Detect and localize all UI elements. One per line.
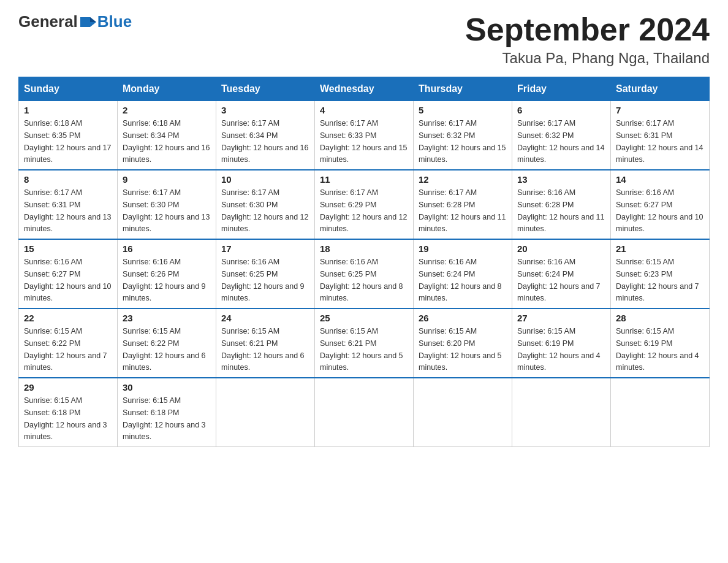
- weekday-header-wednesday: Wednesday: [315, 77, 414, 101]
- logo-blue-text: Blue: [97, 12, 132, 31]
- calendar-cell: 3 Sunrise: 6:17 AMSunset: 6:34 PMDayligh…: [216, 101, 315, 170]
- calendar-cell: 8 Sunrise: 6:17 AMSunset: 6:31 PMDayligh…: [19, 170, 118, 239]
- day-info: Sunrise: 6:15 AMSunset: 6:21 PMDaylight:…: [320, 327, 403, 372]
- day-number: 2: [123, 105, 211, 115]
- svg-marker-1: [90, 17, 96, 22]
- day-info: Sunrise: 6:15 AMSunset: 6:18 PMDaylight:…: [24, 396, 107, 441]
- calendar-week-row: 22 Sunrise: 6:15 AMSunset: 6:22 PMDaylig…: [19, 308, 710, 378]
- day-info: Sunrise: 6:16 AMSunset: 6:24 PMDaylight:…: [419, 258, 502, 302]
- calendar-cell: 9 Sunrise: 6:17 AMSunset: 6:30 PMDayligh…: [118, 170, 216, 239]
- calendar-cell: 18 Sunrise: 6:16 AMSunset: 6:25 PMDaylig…: [315, 239, 414, 308]
- calendar-cell: 16 Sunrise: 6:16 AMSunset: 6:26 PMDaylig…: [118, 239, 216, 308]
- day-number: 25: [320, 313, 408, 323]
- calendar-cell: [414, 378, 512, 447]
- day-number: 26: [419, 313, 507, 323]
- day-number: 4: [320, 105, 408, 115]
- logo-area: General Blue: [18, 12, 132, 31]
- day-info: Sunrise: 6:16 AMSunset: 6:28 PMDaylight:…: [517, 188, 604, 233]
- day-info: Sunrise: 6:17 AMSunset: 6:28 PMDaylight:…: [419, 188, 506, 233]
- day-number: 17: [221, 243, 309, 254]
- weekday-header-sunday: Sunday: [19, 77, 118, 101]
- calendar-cell: 11 Sunrise: 6:17 AMSunset: 6:29 PMDaylig…: [315, 170, 414, 239]
- day-info: Sunrise: 6:17 AMSunset: 6:31 PMDaylight:…: [616, 119, 703, 164]
- day-number: 28: [616, 313, 704, 323]
- weekday-header-saturday: Saturday: [611, 77, 710, 101]
- day-info: Sunrise: 6:15 AMSunset: 6:22 PMDaylight:…: [24, 327, 107, 372]
- day-number: 19: [419, 243, 507, 254]
- calendar-cell: 13 Sunrise: 6:16 AMSunset: 6:28 PMDaylig…: [512, 170, 611, 239]
- day-number: 13: [517, 174, 605, 185]
- calendar-cell: 1 Sunrise: 6:18 AMSunset: 6:35 PMDayligh…: [19, 101, 118, 170]
- calendar-cell: [216, 378, 315, 447]
- day-number: 20: [517, 243, 605, 254]
- day-info: Sunrise: 6:15 AMSunset: 6:19 PMDaylight:…: [517, 327, 601, 372]
- day-number: 7: [616, 105, 704, 115]
- calendar-cell: [512, 378, 611, 447]
- day-info: Sunrise: 6:15 AMSunset: 6:18 PMDaylight:…: [123, 396, 206, 441]
- calendar-cell: 22 Sunrise: 6:15 AMSunset: 6:22 PMDaylig…: [19, 308, 118, 378]
- day-info: Sunrise: 6:17 AMSunset: 6:34 PMDaylight:…: [221, 119, 308, 164]
- day-info: Sunrise: 6:15 AMSunset: 6:20 PMDaylight:…: [419, 327, 502, 372]
- month-title: September 2024: [465, 12, 710, 47]
- weekday-header-row: SundayMondayTuesdayWednesdayThursdayFrid…: [19, 77, 710, 101]
- calendar-cell: 28 Sunrise: 6:15 AMSunset: 6:19 PMDaylig…: [611, 308, 710, 378]
- day-number: 22: [24, 313, 112, 323]
- calendar-cell: 21 Sunrise: 6:15 AMSunset: 6:23 PMDaylig…: [611, 239, 710, 308]
- day-info: Sunrise: 6:17 AMSunset: 6:30 PMDaylight:…: [221, 188, 308, 233]
- day-info: Sunrise: 6:16 AMSunset: 6:24 PMDaylight:…: [517, 258, 601, 302]
- calendar-cell: 4 Sunrise: 6:17 AMSunset: 6:33 PMDayligh…: [315, 101, 414, 170]
- day-info: Sunrise: 6:17 AMSunset: 6:33 PMDaylight:…: [320, 119, 407, 164]
- calendar-cell: 20 Sunrise: 6:16 AMSunset: 6:24 PMDaylig…: [512, 239, 611, 308]
- calendar-cell: 25 Sunrise: 6:15 AMSunset: 6:21 PMDaylig…: [315, 308, 414, 378]
- day-info: Sunrise: 6:16 AMSunset: 6:26 PMDaylight:…: [123, 258, 206, 302]
- day-info: Sunrise: 6:15 AMSunset: 6:21 PMDaylight:…: [221, 327, 305, 372]
- logo-icon: [79, 13, 96, 31]
- calendar-cell: 29 Sunrise: 6:15 AMSunset: 6:18 PMDaylig…: [19, 378, 118, 447]
- day-number: 11: [320, 174, 408, 185]
- weekday-header-monday: Monday: [118, 77, 216, 101]
- day-number: 21: [616, 243, 704, 254]
- day-number: 15: [24, 243, 112, 254]
- day-number: 23: [123, 313, 211, 323]
- day-number: 30: [123, 382, 211, 393]
- day-number: 6: [517, 105, 605, 115]
- day-info: Sunrise: 6:15 AMSunset: 6:19 PMDaylight:…: [616, 327, 699, 372]
- calendar-cell: 19 Sunrise: 6:16 AMSunset: 6:24 PMDaylig…: [414, 239, 512, 308]
- day-number: 16: [123, 243, 211, 254]
- calendar-cell: 23 Sunrise: 6:15 AMSunset: 6:22 PMDaylig…: [118, 308, 216, 378]
- day-info: Sunrise: 6:17 AMSunset: 6:32 PMDaylight:…: [517, 119, 604, 164]
- day-info: Sunrise: 6:16 AMSunset: 6:27 PMDaylight:…: [616, 188, 703, 233]
- day-number: 12: [419, 174, 507, 185]
- calendar-cell: [315, 378, 414, 447]
- calendar-week-row: 15 Sunrise: 6:16 AMSunset: 6:27 PMDaylig…: [19, 239, 710, 308]
- calendar-cell: 7 Sunrise: 6:17 AMSunset: 6:31 PMDayligh…: [611, 101, 710, 170]
- day-info: Sunrise: 6:17 AMSunset: 6:30 PMDaylight:…: [123, 188, 210, 233]
- day-info: Sunrise: 6:16 AMSunset: 6:27 PMDaylight:…: [24, 258, 111, 302]
- day-info: Sunrise: 6:16 AMSunset: 6:25 PMDaylight:…: [320, 258, 403, 302]
- day-number: 8: [24, 174, 112, 185]
- day-number: 10: [221, 174, 309, 185]
- day-info: Sunrise: 6:17 AMSunset: 6:31 PMDaylight:…: [24, 188, 111, 233]
- day-info: Sunrise: 6:15 AMSunset: 6:22 PMDaylight:…: [123, 327, 206, 372]
- day-number: 14: [616, 174, 704, 185]
- day-number: 29: [24, 382, 112, 393]
- title-area: September 2024 Takua Pa, Phang Nga, Thai…: [465, 12, 710, 67]
- day-number: 1: [24, 105, 112, 115]
- weekday-header-friday: Friday: [512, 77, 611, 101]
- calendar-week-row: 8 Sunrise: 6:17 AMSunset: 6:31 PMDayligh…: [19, 170, 710, 239]
- calendar-week-row: 29 Sunrise: 6:15 AMSunset: 6:18 PMDaylig…: [19, 378, 710, 447]
- calendar-table: SundayMondayTuesdayWednesdayThursdayFrid…: [18, 77, 710, 447]
- day-number: 24: [221, 313, 309, 323]
- calendar-cell: 24 Sunrise: 6:15 AMSunset: 6:21 PMDaylig…: [216, 308, 315, 378]
- day-number: 5: [419, 105, 507, 115]
- calendar-cell: 2 Sunrise: 6:18 AMSunset: 6:34 PMDayligh…: [118, 101, 216, 170]
- day-info: Sunrise: 6:18 AMSunset: 6:34 PMDaylight:…: [123, 119, 210, 164]
- day-info: Sunrise: 6:15 AMSunset: 6:23 PMDaylight:…: [616, 258, 699, 302]
- day-number: 18: [320, 243, 408, 254]
- calendar-cell: 5 Sunrise: 6:17 AMSunset: 6:32 PMDayligh…: [414, 101, 512, 170]
- calendar-cell: 30 Sunrise: 6:15 AMSunset: 6:18 PMDaylig…: [118, 378, 216, 447]
- location-title: Takua Pa, Phang Nga, Thailand: [465, 50, 710, 67]
- calendar-cell: 10 Sunrise: 6:17 AMSunset: 6:30 PMDaylig…: [216, 170, 315, 239]
- logo: General Blue: [18, 12, 132, 31]
- calendar-cell: 6 Sunrise: 6:17 AMSunset: 6:32 PMDayligh…: [512, 101, 611, 170]
